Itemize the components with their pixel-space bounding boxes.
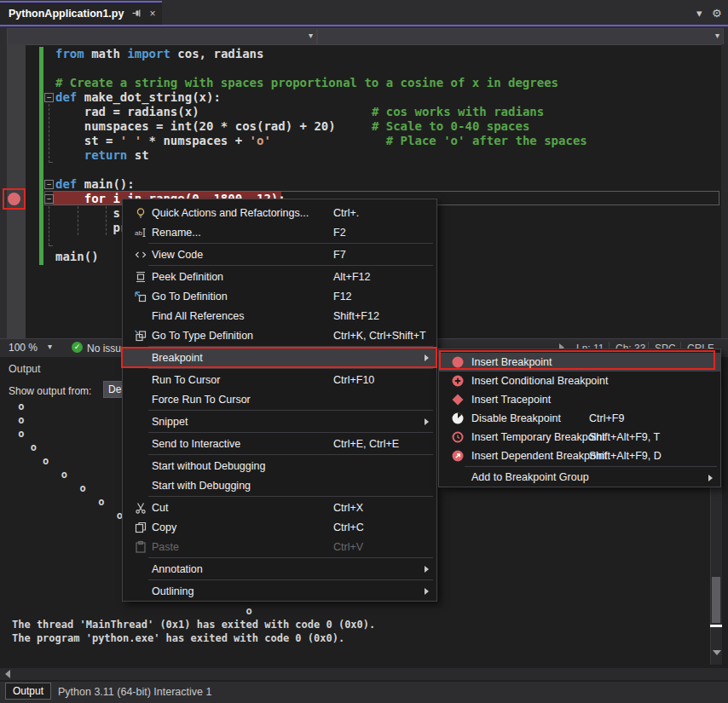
menu-item-force-run-to-cursor[interactable]: Force Run To Cursor [123, 389, 436, 409]
menu-item-find-all-references[interactable]: Find All ReferencesShift+F12 [123, 306, 436, 326]
menu-item-shortcut: Shift+F12 [333, 310, 379, 322]
menu-item-shortcut: Ctrl+. [333, 207, 359, 219]
menu-item-rename[interactable]: abRename...F2 [123, 222, 436, 242]
menu-item-shortcut: Ctrl+V [333, 541, 363, 553]
fold-collapse-icon[interactable]: − [44, 180, 54, 189]
menu-item-label: View Code [152, 249, 203, 261]
menu-item-paste[interactable]: PasteCtrl+V [123, 537, 436, 556]
menu-item-label: Force Run To Cursor [152, 394, 251, 406]
visual-studio-window: PythonApplication1.py × ▾ ⚙ ▾ ▾ from mat… [0, 0, 728, 703]
close-icon[interactable]: × [149, 8, 155, 20]
menu-item-cut[interactable]: CutCtrl+X [123, 498, 436, 517]
menu-item-quick-actions-and-refactorings[interactable]: Quick Actions and Refactorings...Ctrl+. [123, 203, 436, 222]
scroll-down-arrow-icon[interactable] [713, 650, 721, 655]
submenu-arrow-icon [708, 475, 713, 481]
menu-item-label: Insert Tracepoint [471, 394, 551, 406]
dependent-breakpoint-icon [444, 449, 471, 463]
code-line[interactable]: from math import cos, radians [55, 47, 587, 61]
menu-item-shortcut: F12 [333, 291, 352, 303]
code-line[interactable]: st = ' ' * numspaces + 'o' # Place 'o' a… [55, 134, 587, 148]
view-code-icon [130, 248, 152, 262]
tab-pythonapplication1[interactable]: PythonApplication1.py × [0, 3, 162, 25]
menu-item-shortcut: Ctrl+E, Ctrl+E [333, 438, 399, 450]
member-dropdown[interactable]: ▾ [317, 28, 724, 45]
fold-collapse-icon[interactable]: − [44, 194, 54, 204]
menu-icon-empty [130, 309, 152, 323]
menu-item-label: Insert Temporary Breakpoint [471, 431, 605, 443]
pin-icon[interactable] [131, 8, 142, 20]
menu-item-send-to-interactive[interactable]: Send to InteractiveCtrl+E, Ctrl+E [123, 434, 436, 453]
menu-item-disable-breakpoint[interactable]: Disable BreakpointCtrl+F9 [439, 409, 720, 428]
menu-item-insert-temporary-breakpoint[interactable]: Insert Temporary BreakpointShift+Alt+F9,… [439, 428, 720, 447]
fold-collapse-icon[interactable]: − [44, 93, 54, 102]
menu-icon-empty [444, 470, 471, 484]
paste-icon [130, 540, 152, 554]
tab-python-interactive[interactable]: Python 3.11 (64-bit) Interactive 1 [58, 686, 211, 698]
scroll-left-arrow-icon[interactable] [5, 670, 10, 678]
zoom-level[interactable]: 100 % [9, 342, 38, 354]
output-scrollbar-thumb[interactable] [712, 577, 720, 623]
menu-item-insert-conditional-breakpoint[interactable]: Insert Conditional Breakpoint [439, 372, 720, 390]
menu-item-go-to-type-definition[interactable]: Go To Type DefinitionCtrl+K, Ctrl+Shift+… [123, 326, 436, 345]
menu-item-go-to-definition[interactable]: Go To DefinitionF12 [123, 286, 436, 306]
annotation-rect-breakpoint-glyph [3, 188, 26, 210]
tracepoint-icon [444, 393, 471, 406]
menu-item-label: Cut [152, 502, 168, 514]
menu-item-label: Insert Dependent Breakpoint [471, 450, 607, 462]
menu-item-start-without-debugging[interactable]: Start without Debugging [123, 456, 436, 475]
menu-item-shortcut: Ctrl+X [333, 502, 363, 514]
window-dropdown-icon[interactable]: ▾ [696, 7, 702, 20]
disable-breakpoint-icon [444, 412, 471, 425]
menu-item-shortcut: Ctrl+F9 [589, 412, 624, 424]
code-line[interactable] [55, 61, 587, 76]
menu-item-label: Rename... [152, 227, 201, 239]
code-line[interactable]: def make_dot_string(x): [55, 90, 587, 105]
menu-item-label: Send to Interactive [152, 438, 240, 450]
menu-item-outlining[interactable]: Outlining [123, 581, 436, 601]
menu-icon-empty [130, 459, 152, 473]
lightbulb-icon [130, 206, 152, 220]
rename-icon: ab [130, 226, 152, 239]
menu-item-insert-dependent-breakpoint[interactable]: Insert Dependent BreakpointShift+Alt+F9,… [439, 447, 720, 465]
cut-icon [130, 501, 152, 515]
code-line[interactable] [55, 163, 587, 177]
output-horizontal-scrollbar[interactable] [0, 668, 728, 680]
gear-icon[interactable]: ⚙ [712, 7, 722, 20]
menu-item-snippet[interactable]: Snippet [123, 412, 436, 431]
menu-item-run-to-cursor[interactable]: Run To CursorCtrl+F10 [123, 370, 436, 389]
menu-item-start-with-debugging[interactable]: Start with Debugging [123, 475, 436, 495]
project-dropdown[interactable]: ▾ [7, 28, 317, 45]
menu-item-label: Annotation [152, 563, 203, 575]
menu-item-add-to-breakpoint-group[interactable]: Add to Breakpoint Group [439, 468, 720, 487]
code-line[interactable]: def main(): [55, 177, 587, 192]
code-line[interactable]: # Create a string with spaces proportion… [55, 76, 587, 90]
code-line[interactable]: return st [55, 148, 587, 163]
go-to-definition-icon [130, 290, 152, 303]
menu-item-insert-tracepoint[interactable]: Insert Tracepoint [439, 390, 720, 409]
menu-icon-empty [130, 393, 152, 406]
menu-item-annotation[interactable]: Annotation [123, 559, 436, 579]
menu-icon-empty [130, 479, 152, 493]
zoom-dropdown-icon[interactable]: ▾ [48, 342, 52, 351]
menu-icon-empty [130, 415, 152, 429]
temporary-breakpoint-icon [444, 430, 471, 444]
code-line[interactable]: rad = radians(x) # cos works with radian… [55, 105, 587, 119]
code-line[interactable]: numspaces = int(20 * cos(rad) + 20) # Sc… [55, 119, 587, 134]
editor-vertical-scrollbar[interactable] [721, 44, 728, 338]
menu-item-shortcut: F2 [333, 227, 346, 239]
menu-item-peek-definition[interactable]: Peek DefinitionAlt+F12 [123, 267, 436, 286]
menu-item-label: Disable Breakpoint [471, 412, 561, 424]
chevron-down-icon: ▾ [309, 31, 313, 40]
menu-item-shortcut: Shift+Alt+F9, D [589, 450, 662, 462]
menu-item-copy[interactable]: CopyCtrl+C [123, 517, 436, 537]
menu-item-label: Insert Conditional Breakpoint [471, 375, 609, 387]
tab-output[interactable]: Output [5, 683, 51, 700]
output-panel-title: Output [9, 363, 41, 375]
menu-icon-empty [130, 373, 152, 387]
menu-item-view-code[interactable]: View CodeF7 [123, 245, 436, 264]
tab-title: PythonApplication1.py [9, 8, 124, 20]
peek-definition-icon [130, 270, 152, 284]
menu-icon-empty [130, 585, 152, 598]
svg-text:ab: ab [135, 229, 142, 237]
menu-item-shortcut: Ctrl+C [333, 521, 364, 533]
